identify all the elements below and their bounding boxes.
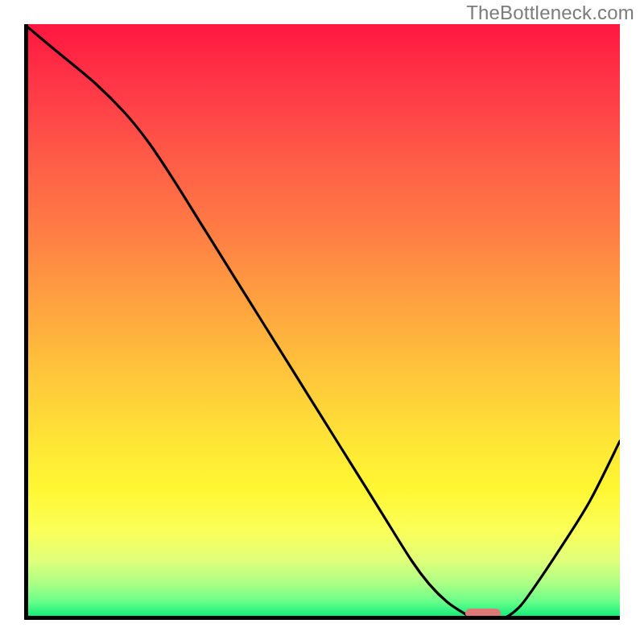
- optimal-marker: [465, 609, 501, 618]
- watermark-text: TheBottleneck.com: [466, 2, 634, 24]
- chart-wrap: TheBottleneck.com: [0, 0, 644, 644]
- bottleneck-curve: [24, 24, 620, 620]
- chart-area: [24, 24, 620, 620]
- curve-path: [24, 24, 620, 620]
